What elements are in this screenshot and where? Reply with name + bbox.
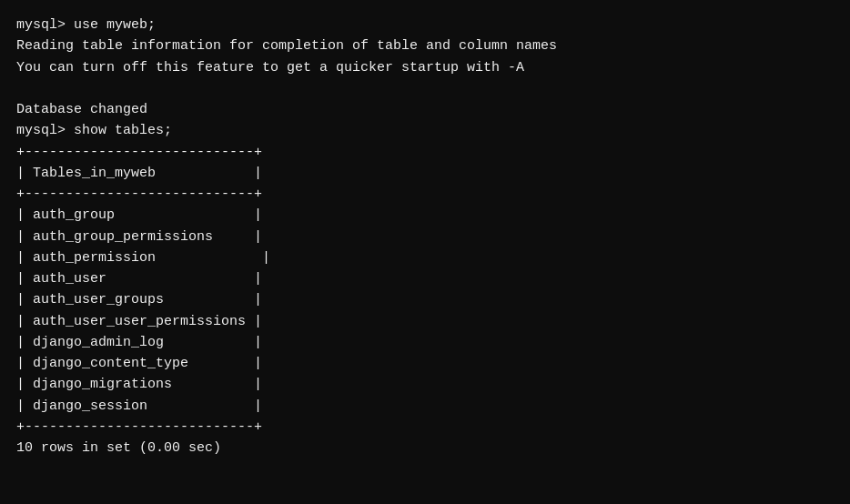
terminal-line-17: | django_content_type | [16,353,834,374]
terminal-line-8: | Tables_in_myweb | [16,163,834,184]
terminal-line-3: You can turn off this feature to get a q… [16,57,834,78]
terminal-line-21: 10 rows in set (0.00 sec) [16,438,834,459]
terminal-line-7: +----------------------------+ [16,142,834,163]
terminal-line-2: Reading table information for completion… [16,35,834,56]
terminal-line-5: Database changed [16,99,834,120]
terminal-line-13: | auth_user | [16,268,834,289]
terminal-line-18: | django_migrations | [16,374,834,395]
terminal-line-20: +----------------------------+ [16,417,834,438]
terminal-line-11: | auth_group_permissions | [16,227,834,247]
terminal-line-6: mysql> show tables; [16,120,834,141]
terminal-line-10: | auth_group | [16,205,834,226]
terminal-line-1: mysql> use myweb; [16,15,834,35]
terminal-window[interactable]: mysql> use myweb;Reading table informati… [0,0,850,504]
terminal-line-12: | auth_permission | [16,247,834,268]
terminal-line-19: | django_session | [16,396,834,417]
terminal-empty-line [16,78,834,99]
terminal-line-15: | auth_user_user_permissions | [16,311,834,332]
terminal-line-9: +----------------------------+ [16,184,834,205]
terminal-line-14: | auth_user_groups | [16,289,834,310]
terminal-line-16: | django_admin_log | [16,332,834,353]
